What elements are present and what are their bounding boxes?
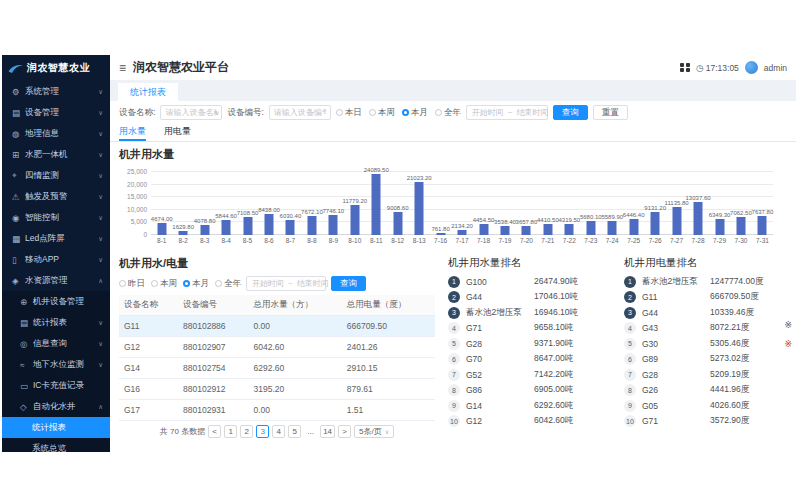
usage-period-radio-本周[interactable]: 本周 xyxy=(151,278,177,290)
bar[interactable] xyxy=(286,220,295,235)
bar[interactable] xyxy=(329,215,338,235)
bar[interactable] xyxy=(736,217,745,235)
bar[interactable] xyxy=(479,224,488,235)
usage-query-button[interactable]: 查询 xyxy=(331,276,366,291)
bar-group: 3657.807-20 xyxy=(516,172,537,235)
sidebar-item-机井设备管理[interactable]: ⊕机井设备管理 xyxy=(2,291,110,312)
bar[interactable] xyxy=(694,202,703,235)
sidebar-item-信息查询[interactable]: ◎信息查询∨ xyxy=(2,333,110,354)
table-row[interactable]: G178801029310.001.51 xyxy=(119,400,435,421)
pagination-page-button[interactable]: 2 xyxy=(240,425,253,438)
tab-statistical-report[interactable]: 统计报表 xyxy=(118,83,178,101)
bar[interactable] xyxy=(543,224,552,235)
bar-group: 5844.608-4 xyxy=(215,172,236,235)
bar[interactable] xyxy=(608,221,617,235)
bar[interactable] xyxy=(522,226,531,235)
usage-period-radio-昨日[interactable]: 昨日 xyxy=(119,278,145,290)
subtab-用水量[interactable]: 用水量 xyxy=(119,124,146,141)
sidebar-item-四情监测[interactable]: ⌖四情监测∨ xyxy=(2,165,110,186)
reset-button[interactable]: 重置 xyxy=(593,105,628,120)
bar[interactable] xyxy=(307,216,316,235)
table-row[interactable]: G168801029123195.20879.61 xyxy=(119,379,435,400)
bar-value-label: 1629.80 xyxy=(172,224,194,230)
pagination-prev-button[interactable]: < xyxy=(208,425,221,438)
device-no-input[interactable] xyxy=(269,105,331,120)
sidebar-item-自动化水井[interactable]: ◇自动化水井∧ xyxy=(2,396,110,417)
sidebar-item-统计报表[interactable]: ▤统计报表∨ xyxy=(2,312,110,333)
bar[interactable] xyxy=(565,224,574,235)
bar[interactable] xyxy=(179,231,188,235)
sidebar-item-地理信息[interactable]: ◍地理信息∨ xyxy=(2,123,110,144)
bar[interactable] xyxy=(393,212,402,235)
bar[interactable] xyxy=(415,182,424,235)
sidebar-item-水资源管理[interactable]: ◈水资源管理∧ xyxy=(2,270,110,291)
usage-period-radio-本月[interactable]: 本月 xyxy=(183,278,209,290)
filter-period-radio-本周[interactable]: 本周 xyxy=(369,107,395,119)
rank-device-name: G14 xyxy=(466,401,528,411)
sidebar-item-触发及预警[interactable]: ⚠触发及预警∨ xyxy=(2,186,110,207)
x-axis-tick-label: 8-4 xyxy=(221,237,230,244)
pagination-page-button[interactable]: 5 xyxy=(288,425,301,438)
bar[interactable] xyxy=(672,207,681,235)
bar-value-label: 2134.20 xyxy=(451,223,473,229)
bar[interactable] xyxy=(500,226,509,235)
device-name-input[interactable] xyxy=(160,105,222,120)
filter-period-radio-本月[interactable]: 本月 xyxy=(402,107,428,119)
filter-period-radio-全年[interactable]: 全年 xyxy=(435,107,461,119)
page-size-select[interactable]: 5条/页∨ xyxy=(354,425,394,438)
query-button[interactable]: 查询 xyxy=(553,105,588,120)
rank-value: 9371.90吨 xyxy=(534,338,611,350)
bar[interactable] xyxy=(629,219,638,235)
sidebar-item-系统管理[interactable]: ⚙系统管理∨ xyxy=(2,81,110,102)
sidebar-item-设备管理[interactable]: ▤设备管理∨ xyxy=(2,102,110,123)
pagination-next-button[interactable]: > xyxy=(338,425,351,438)
device-name-select[interactable]: ∨ xyxy=(160,105,222,120)
filter-period-radio-本日[interactable]: 本日 xyxy=(336,107,362,119)
bar[interactable] xyxy=(651,212,660,235)
sidebar-item-统计报表[interactable]: 统计报表 xyxy=(2,417,110,438)
table-row[interactable]: G128801029076042.602401.26 xyxy=(119,337,435,358)
sidebar-item-水肥一体机[interactable]: ⊞水肥一体机∨ xyxy=(2,144,110,165)
bar[interactable] xyxy=(758,216,767,235)
hamburger-icon[interactable]: ≡ xyxy=(119,61,126,75)
floating-widget-icon[interactable]: ※ xyxy=(784,339,792,349)
bar[interactable] xyxy=(372,174,381,235)
pagination-page-button[interactable]: 14 xyxy=(320,425,335,438)
x-axis-tick-label: 7-29 xyxy=(713,237,726,244)
usage-controls: 昨日本周本月全年 开始时间 ~ 结束时间 查询 xyxy=(119,276,435,291)
pagination-page-button[interactable]: 3 xyxy=(256,425,269,438)
bar[interactable] xyxy=(350,205,359,235)
sidebar-item-label: 地下水位监测 xyxy=(33,359,84,371)
bar[interactable] xyxy=(200,225,209,235)
chart-section: 机井用水量 05,00010,00015,00020,00025,0004674… xyxy=(110,142,796,251)
table-row[interactable]: G118801028860.00666709.50 xyxy=(119,316,435,337)
sidebar-item-智能控制[interactable]: ◉智能控制∨ xyxy=(2,207,110,228)
bar[interactable] xyxy=(264,214,273,235)
usage-date-range-input[interactable]: 开始时间 ~ 结束时间 xyxy=(246,276,326,291)
sidebar-item-地下水位监测[interactable]: ≈地下水位监测∨ xyxy=(2,354,110,375)
apps-grid-icon[interactable] xyxy=(680,63,690,73)
bar[interactable] xyxy=(436,233,445,235)
bar-group: 3538.407-19 xyxy=(494,172,515,235)
sidebar-item-IC卡充值记录[interactable]: ▭IC卡充值记录 xyxy=(2,375,110,396)
date-range-input[interactable]: 开始时间 ~ 结束时间 xyxy=(466,105,548,120)
floating-widget-icon[interactable]: ※ xyxy=(784,320,792,330)
sidebar-item-移动APP[interactable]: ▯移动APP∨ xyxy=(2,249,110,270)
bar[interactable] xyxy=(157,223,166,235)
subtab-用电量[interactable]: 用电量 xyxy=(164,124,191,141)
bar[interactable] xyxy=(243,217,252,235)
ranking-row: 9G054026.60度 xyxy=(624,398,787,414)
bar[interactable] xyxy=(715,219,724,235)
sidebar-menu: ⚙系统管理∨▤设备管理∨◍地理信息∨⊞水肥一体机∨⌖四情监测∨⚠触发及预警∨◉智… xyxy=(2,81,110,452)
pagination-page-button[interactable]: 1 xyxy=(224,425,237,438)
bar[interactable] xyxy=(222,220,231,235)
avatar[interactable] xyxy=(745,61,758,74)
bar[interactable] xyxy=(586,221,595,235)
bar[interactable] xyxy=(458,230,467,235)
usage-period-radio-全年[interactable]: 全年 xyxy=(215,278,241,290)
pagination-page-button[interactable]: 4 xyxy=(272,425,285,438)
table-row[interactable]: G148801027546292.602910.15 xyxy=(119,358,435,379)
sidebar-item-Led点阵屏[interactable]: ▦Led点阵屏∨ xyxy=(2,228,110,249)
ranking-row: 7G527142.20吨 xyxy=(448,367,611,383)
sidebar-item-系统总览[interactable]: 系统总览 xyxy=(2,438,110,452)
